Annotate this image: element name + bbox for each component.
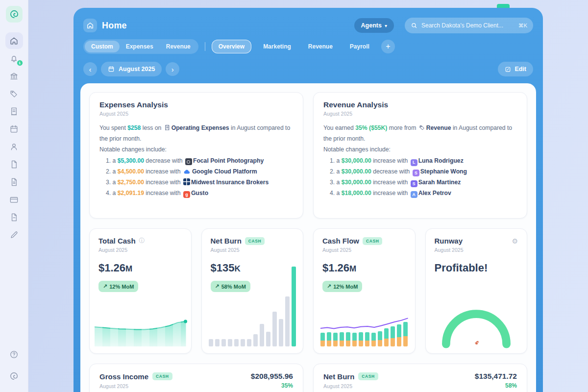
category-name[interactable]: Revenue (426, 124, 451, 131)
search-bar[interactable]: ⌘K (405, 18, 533, 33)
sidebar-item-people[interactable] (5, 138, 23, 155)
runway-card[interactable]: Runway ⚙ August 2025 Profitable! (425, 228, 528, 354)
search-shortcut: ⌘K (518, 23, 527, 29)
sidebar: 1 (0, 0, 28, 392)
change-amount: $30,000.00 (342, 168, 371, 175)
sidebar-item-sign[interactable] (5, 226, 23, 243)
change-amount: $2,091.19 (118, 190, 144, 196)
sidebar-item-brand[interactable] (5, 368, 23, 384)
amount-highlight: 35% (355, 124, 367, 131)
net-burn-card[interactable]: Net Burn CASH August 2025 $135K ↗ 58% Mo… (201, 228, 304, 354)
tabs-bar: Custom Expenses Revenue Overview Marketi… (80, 33, 536, 54)
customer-name[interactable]: Luna Rodriguez (418, 157, 464, 164)
tab-marketing[interactable]: Marketing (258, 41, 296, 52)
metric-title: Gross Income (99, 372, 148, 381)
net-burn-summary-card[interactable]: Net Burn CASH $135,471.72 August 2025 58… (313, 364, 527, 392)
category-name[interactable]: Operating Expenses (172, 124, 229, 131)
metric-subtitle: August 2025 (322, 247, 406, 253)
tab-revenue-2[interactable]: Revenue (303, 41, 338, 52)
total-cash-chart (95, 315, 186, 346)
change-amount: $2,750.00 (118, 179, 144, 186)
sidebar-item-notifications[interactable]: 1 (5, 50, 23, 67)
metric-value: $135,471.72 (475, 372, 517, 381)
metric-value: Profitable! (435, 262, 518, 274)
gear-icon[interactable]: ⚙ (512, 237, 518, 245)
tab-revenue[interactable]: Revenue (160, 41, 197, 52)
avatar: S (413, 170, 419, 176)
card-title: Revenue Analysis (323, 100, 517, 109)
sidebar-footer (5, 346, 23, 385)
customer-name[interactable]: Alex Petrov (418, 190, 451, 196)
dashboard-panel: Home Agents ▾ ⌘K Custom Expenses Revenue… (74, 8, 543, 392)
vendor-name[interactable]: Google Cloud Platform (192, 168, 257, 175)
sidebar-item-help[interactable] (5, 346, 23, 363)
card-subtitle: August 2025 (99, 111, 293, 117)
pen-icon (9, 230, 19, 240)
sidebar-item-statements[interactable] (5, 209, 23, 225)
vendor-name[interactable]: Gusto (191, 190, 208, 196)
main-area: Home Agents ▾ ⌘K Custom Expenses Revenue… (28, 0, 588, 392)
trend-up-icon: ↗ (103, 283, 107, 290)
app-logo-icon[interactable] (6, 6, 23, 23)
revenue-category-icon (419, 124, 425, 131)
date-bar: ‹ August 2025 › Edit (80, 54, 536, 83)
change-amount: $4,500.00 (118, 168, 144, 175)
tabs-divider (205, 42, 205, 51)
search-icon (411, 22, 417, 29)
customer-name[interactable]: Sarah Martinez (418, 179, 461, 186)
total-cash-card[interactable]: Total Cash ⓘ August 2025 $1.26M ↗ 12% Mo… (89, 228, 192, 354)
notable-changes-label: Notable changes include: (323, 145, 517, 155)
tab-expenses[interactable]: Expenses (120, 41, 160, 52)
tab-overview[interactable]: Overview (212, 40, 251, 53)
sidebar-item-cards[interactable] (5, 191, 23, 208)
metric-title: Cash Flow (322, 237, 359, 245)
change-percent: 35% (281, 382, 293, 389)
info-icon[interactable]: ⓘ (139, 237, 145, 245)
expense-change-item: 2. a $4,500.00 increase with Google Clou… (106, 167, 293, 177)
sidebar-item-reports[interactable] (5, 156, 23, 172)
cash-flow-card[interactable]: Cash Flow CASH August 2025 $1.26M ↗ 12% … (313, 228, 416, 354)
vendor-name[interactable]: Midwest Insurance Brokers (191, 179, 269, 186)
notable-changes-label: Notable changes include: (99, 145, 293, 155)
vendor-name[interactable]: Focal Point Photography (193, 157, 264, 164)
google-cloud-icon (183, 168, 191, 175)
metric-title: Net Burn (323, 372, 354, 381)
cash-badge: CASH (152, 372, 172, 380)
help-icon (9, 350, 19, 359)
gross-income-card[interactable]: Gross Income CASH $208,955.96 August 202… (89, 364, 303, 392)
next-month-button[interactable]: › (166, 62, 179, 76)
change-amount: $30,000.00 (342, 179, 371, 186)
page-title: Home (102, 21, 127, 31)
home-icon (9, 36, 19, 46)
card-subtitle: August 2025 (323, 111, 517, 117)
sidebar-item-home[interactable] (5, 32, 23, 49)
user-icon (9, 142, 19, 151)
sidebar-item-receipts[interactable] (5, 103, 23, 120)
add-tab-button[interactable]: + (381, 40, 395, 53)
edit-button[interactable]: Edit (498, 62, 533, 76)
customer-name[interactable]: Stephanie Wong (420, 168, 467, 175)
change-amount: $30,000.00 (342, 157, 371, 164)
file-icon (9, 213, 19, 222)
sidebar-item-calendar[interactable] (5, 121, 23, 137)
tab-payroll[interactable]: Payroll (344, 41, 375, 52)
camera-icon (185, 158, 192, 165)
trend-up-icon: ↗ (327, 283, 331, 290)
dashboard-type-tabs: Custom Expenses Revenue (83, 39, 198, 54)
agents-button[interactable]: Agents ▾ (354, 18, 394, 33)
sidebar-item-invoices[interactable] (5, 173, 23, 190)
calendar-icon (108, 66, 115, 73)
bank-icon (9, 72, 19, 81)
tab-custom[interactable]: Custom (85, 41, 120, 52)
metric-subtitle: August 2025 (98, 247, 182, 253)
search-input[interactable] (421, 22, 514, 29)
net-burn-chart (209, 222, 296, 346)
month-selector[interactable]: August 2025 (101, 62, 162, 76)
metric-title: Total Cash (98, 237, 136, 245)
sidebar-item-categories[interactable] (5, 85, 23, 102)
prev-month-button[interactable]: ‹ (83, 62, 97, 76)
avatar: A (411, 191, 417, 198)
sidebar-item-banking[interactable] (5, 68, 23, 84)
metric-subtitle: August 2025 (323, 383, 352, 389)
receipt-icon (9, 107, 19, 116)
